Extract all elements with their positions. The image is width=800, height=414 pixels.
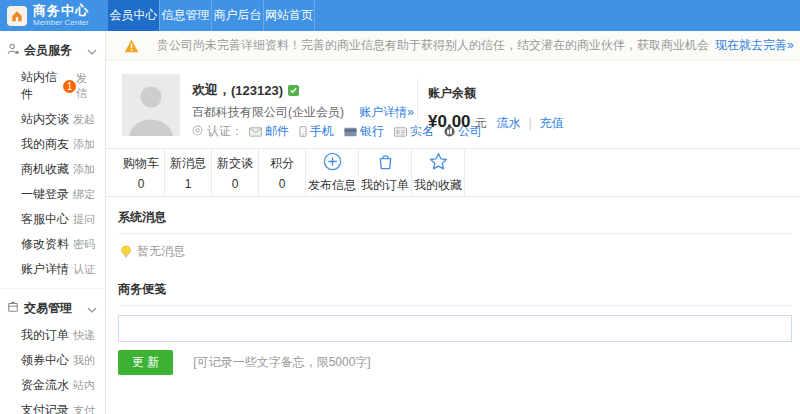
app-subtitle: Member Center	[33, 19, 89, 27]
sidebar-item-chat[interactable]: 站内交谈 发起	[0, 107, 105, 132]
incomplete-profile-banner: 贵公司尚未完善详细资料！完善的商业信息有助于获得别人的信任，结交潜在的商业伙伴，…	[106, 31, 800, 61]
points-count: 0	[279, 177, 286, 191]
package-icon	[7, 301, 19, 316]
sidebar-header-trade-management[interactable]: 交易管理	[0, 293, 105, 323]
account-balance-panel: 账户余额 ¥0.00 元 流水 | 充值	[417, 79, 637, 136]
system-message-section: 系统消息 暂无消息	[118, 197, 792, 269]
section-title: 会员服务	[24, 42, 87, 59]
home-icon	[7, 6, 27, 26]
action-link[interactable]: 发起	[73, 112, 95, 127]
warning-icon	[124, 39, 139, 53]
sidebar-section-member-services: 会员服务 站内信件 1 发信 站内交谈 发起 我的商友 添加	[0, 35, 105, 282]
stat-new-chats[interactable]: 新交谈 0	[212, 149, 259, 196]
action-link[interactable]: 提问	[73, 212, 95, 227]
stat-cart[interactable]: 购物车 0	[118, 149, 165, 196]
memo-section: 商务便笺 更 新 [可记录一些文字备忘，限5000字]	[118, 269, 792, 375]
bankcard-icon	[344, 127, 357, 137]
sidebar: 会员服务 站内信件 1 发信 站内交谈 发起 我的商友 添加	[0, 31, 106, 414]
new-chat-count: 0	[232, 177, 239, 191]
sidebar-item-edit-profile[interactable]: 修改资料 密码	[0, 232, 105, 257]
circle-plus-icon	[323, 152, 342, 174]
action-link[interactable]: 我的	[73, 353, 95, 368]
action-link[interactable]: 密码	[73, 237, 95, 252]
bag-icon	[376, 152, 395, 174]
action-link[interactable]: 添加	[73, 162, 95, 177]
no-message-text: 暂无消息	[137, 243, 185, 260]
sidebar-item-orders[interactable]: 我的订单 快递	[0, 323, 105, 348]
tab-info-management[interactable]: 信息管理	[159, 0, 211, 31]
account-details-link[interactable]: 账户详情»	[359, 105, 414, 119]
cert-link-email[interactable]: 邮件	[249, 123, 289, 140]
star-icon	[429, 152, 448, 174]
profile-panel: 欢迎， (123123) 百都科技有限公司(企业会员) 账户详情» 认证：	[106, 61, 800, 149]
unread-badge: 1	[63, 80, 76, 93]
online-status-icon[interactable]	[288, 85, 299, 96]
my-orders-button[interactable]: 我的订单	[359, 149, 412, 196]
cert-link-phone[interactable]: 手机	[299, 123, 334, 140]
complete-now-link[interactable]: 现在就去完善»	[715, 37, 794, 54]
sidebar-item-coupon-center[interactable]: 领券中心 我的	[0, 348, 105, 373]
separator: |	[529, 116, 532, 130]
sidebar-header-member-services[interactable]: 会员服务	[0, 35, 105, 65]
action-link[interactable]: 支付	[73, 403, 95, 414]
memo-input[interactable]	[118, 315, 792, 342]
stat-new-messages[interactable]: 新消息 1	[165, 149, 212, 196]
action-link[interactable]: 绑定	[73, 187, 95, 202]
recharge-link[interactable]: 充值	[540, 115, 564, 132]
my-favorites-button[interactable]: 我的收藏	[412, 149, 465, 196]
action-link[interactable]: 添加	[73, 137, 95, 152]
envelope-icon	[249, 127, 262, 137]
action-link[interactable]: 认证	[73, 262, 95, 277]
action-link[interactable]: 快递	[73, 328, 95, 343]
tab-merchant-backend[interactable]: 商户后台	[211, 0, 263, 31]
idcard-icon	[394, 127, 407, 137]
cart-count: 0	[138, 177, 145, 191]
topbar: 商务中心 Member Center 会员中心 信息管理 商户后台 网站首页	[0, 0, 800, 31]
memo-hint: [可记录一些文字备忘，限5000字]	[193, 354, 370, 371]
balance-title: 账户余额	[428, 85, 637, 102]
fund-flow-link[interactable]: 流水	[497, 115, 521, 132]
tab-member-center[interactable]: 会员中心	[107, 0, 159, 31]
logo[interactable]: 商务中心 Member Center	[0, 0, 107, 31]
system-message-title: 系统消息	[118, 197, 792, 234]
sidebar-section-trade-management: 交易管理 我的订单 快递 领券中心 我的 资金流水 站内 支付记录 支付	[0, 288, 105, 414]
sidebar-item-mail[interactable]: 站内信件 1 发信	[0, 65, 105, 107]
sidebar-item-fund-flow[interactable]: 资金流水 站内	[0, 373, 105, 398]
balance-unit: 元	[475, 115, 487, 132]
phone-icon	[299, 126, 307, 137]
username: (123123)	[231, 83, 283, 98]
avatar[interactable]	[122, 74, 180, 136]
lightbulb-icon	[120, 245, 132, 259]
app-title: 商务中心	[33, 4, 89, 17]
sidebar-item-opportunity-favorites[interactable]: 商机收藏 添加	[0, 157, 105, 182]
sidebar-item-friends[interactable]: 我的商友 添加	[0, 132, 105, 157]
banner-text: 贵公司尚未完善详细资料！完善的商业信息有助于获得别人的信任，结交潜在的商业伙伴，…	[157, 37, 709, 54]
chevron-down-icon[interactable]	[87, 302, 97, 316]
welcome-text: 欢迎，	[192, 81, 231, 99]
sidebar-item-customer-service[interactable]: 客服中心 提问	[0, 207, 105, 232]
action-link[interactable]: 发信	[76, 71, 95, 101]
memo-title: 商务便笺	[118, 269, 792, 306]
new-message-count: 1	[185, 177, 192, 191]
sidebar-item-quick-login[interactable]: 一键登录 绑定	[0, 182, 105, 207]
company-name: 百都科技有限公司(企业会员)	[192, 105, 344, 119]
publish-info-button[interactable]: 发布信息	[306, 149, 359, 196]
main-nav: 会员中心 信息管理 商户后台 网站首页	[107, 0, 315, 31]
action-link[interactable]: 站内	[73, 378, 95, 393]
main-content: 贵公司尚未完善详细资料！完善的商业信息有助于获得别人的信任，结交潜在的商业伙伴，…	[106, 31, 800, 414]
cert-link-bank[interactable]: 银行	[344, 123, 384, 140]
chevron-down-icon[interactable]	[87, 44, 97, 58]
sidebar-item-account-details[interactable]: 账户详情 认证	[0, 257, 105, 282]
stat-points[interactable]: 积分 0	[259, 149, 306, 196]
user-icon	[7, 43, 19, 58]
update-button[interactable]: 更 新	[118, 350, 173, 375]
section-title: 交易管理	[24, 300, 87, 317]
stats-row: 购物车 0 新消息 1 新交谈 0 积分 0 发布信息	[106, 149, 800, 197]
seal-icon	[192, 125, 203, 139]
balance-amount: ¥0.00	[428, 112, 471, 132]
cert-label: 认证：	[207, 123, 243, 140]
tab-site-home[interactable]: 网站首页	[263, 0, 315, 31]
sidebar-item-payment-records[interactable]: 支付记录 支付	[0, 398, 105, 414]
